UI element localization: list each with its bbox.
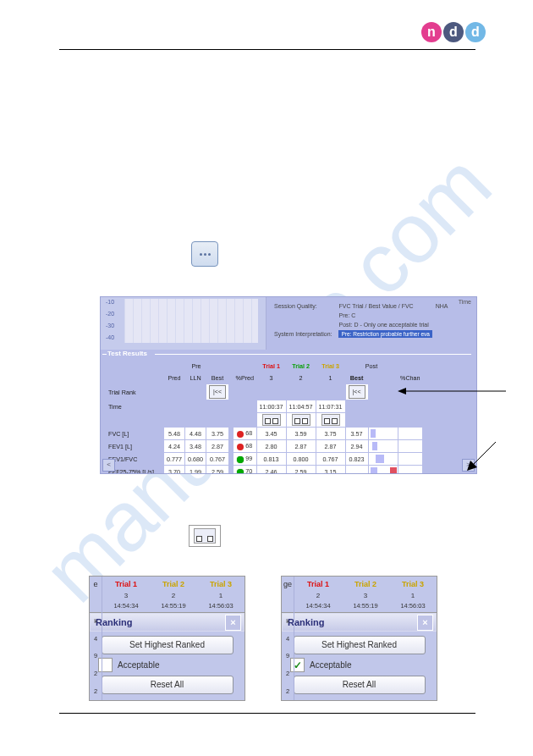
popup-rank: 3 [102,592,150,602]
rewind-icon: |<< [349,385,365,399]
header-post-block: Post [345,360,398,372]
trial-time: 11:00:37 [256,400,286,413]
chart-y-tick: -10 [106,299,114,305]
header-trial2[interactable]: Trial 2 [286,360,316,372]
popup-trial-header: ge Trial 1 Trial 2 Trial 3 [282,577,437,592]
sparkline [368,466,398,475]
footer-rule [59,713,475,714]
header-trial3[interactable]: Trial 3 [316,360,345,372]
popup-time: 14:54:34 [102,602,150,612]
popup-trial-header-3[interactable]: Trial 3 [389,577,437,592]
table-row: FEF25-75% [L/s] 3.70 1.99 2.59 70 2.46 2… [106,466,423,475]
sparkline [368,453,398,466]
trial-rank: 2 [286,372,316,384]
ranking-button-trial3[interactable] [316,413,345,428]
reset-all-button[interactable]: Reset All [102,676,234,694]
logo-n: n [421,22,442,42]
popup-left-header: e [90,577,102,592]
close-button[interactable]: × [225,615,241,631]
set-highest-ranked-button[interactable]: Set Highest Ranked [102,636,234,654]
popup-rank: 1 [197,592,245,602]
ranking-icon [292,414,310,426]
svg-line-2 [470,442,496,467]
ranking-popup-unchecked: e Trial 1 Trial 2 Trial 3 3 2 1 14:54:34… [89,576,245,701]
chart-plot-area [124,299,258,343]
row-time-label: Time [106,400,164,413]
popup-trial-header-1[interactable]: Trial 1 [102,577,150,592]
popup-time: 14:55:19 [150,602,197,612]
sparkline [368,428,398,440]
best-post-button[interactable]: |<< [345,384,368,400]
popup-trial-header-3[interactable]: Trial 3 [197,577,245,592]
acceptable-checkbox[interactable]: ✓ Acceptable [290,658,430,672]
popup-time: 14:56:03 [197,602,245,612]
header-pred: Pred [164,372,185,384]
popup-trial-header-2[interactable]: Trial 2 [342,577,389,592]
more-options-button[interactable] [191,241,218,267]
close-icon: × [230,617,235,627]
popup-time-row: 14:54:34 14:55:19 14:56:03 [282,602,437,613]
annotation-arrow [464,440,497,474]
popup-rank: 2 [150,592,197,602]
annotation-arrow [398,385,508,397]
chart-y-tick: -30 [106,323,114,328]
label-nha: NHA [433,302,451,310]
ranking-icon [262,414,281,426]
popup-trial-header: e Trial 1 Trial 2 Trial 3 [90,577,245,592]
trial-rank: 1 [316,372,345,384]
best-pre-button[interactable]: |<< [206,384,229,400]
close-icon: × [422,617,427,627]
table-row: FEV1/FVC 0.777 0.680 0.767 99 0.813 0.80… [106,453,423,466]
ranking-icon-button[interactable] [189,525,221,547]
popup-left-column: k 4 9 2 2 [90,612,102,700]
popup-title-bar: Ranking × [90,613,245,632]
label-pre: Pre: [338,312,349,318]
flow-volume-chart: -10 -20 -30 -40 [101,297,266,350]
section-title-test-results: Test Results [107,350,147,357]
reset-all-button[interactable]: Reset All [294,676,426,694]
header-pctpred: %Pred [234,372,257,384]
popup-rank-row: 3 2 1 [90,592,245,602]
table-row: FEV1 [L] 4.24 3.48 2.87 68 2.80 2.87 2.8… [106,440,423,453]
label-system-interpretation: System Interpretation: [272,330,334,338]
status-dot-icon [237,431,244,438]
chart-y-tick: -40 [106,334,114,340]
label-session-quality: Session Quality: [272,302,334,310]
header-trial1[interactable]: Trial 1 [256,360,286,372]
set-highest-ranked-button[interactable]: Set Highest Ranked [294,636,426,654]
acceptable-checkbox[interactable]: Acceptable [98,658,238,672]
cell-pctpred: 68 [245,429,252,437]
popup-rank: 2 [294,592,342,602]
acceptable-label: Acceptable [310,660,351,670]
cell-lln: 4.48 [185,428,206,440]
cell-trial3: 3.75 [316,428,345,440]
close-button[interactable]: × [417,615,433,631]
acceptable-label: Acceptable [118,660,159,670]
param-name: FEV1 [L] [106,440,164,453]
scroll-left-button[interactable]: < [102,459,115,472]
value-system-interpretation: Pre: Restriction probable further eva [338,330,431,338]
results-table-wrapper: Pre Trial 1 Trial 2 Trial 3 Post Pred LL… [106,360,471,474]
popup-trial-header-1[interactable]: Trial 1 [294,577,342,592]
popup-trial-header-2[interactable]: Trial 2 [150,577,197,592]
trial-rank: 3 [256,372,286,384]
header-best-pre: Best [206,372,229,384]
value-pre-grade: C [351,312,355,318]
trial-time: 11:07:31 [316,400,345,413]
popup-rank: 3 [342,592,389,602]
trial-time: 11:04:57 [286,400,316,413]
logo-d2: d [465,22,486,42]
popup-time-row: 14:54:34 14:55:19 14:56:03 [90,602,245,613]
cell-best: 3.75 [206,428,229,440]
label-post: Post: [338,322,352,328]
cell-pred: 5.48 [164,428,185,440]
popup-time: 14:56:03 [389,602,437,612]
chart-y-tick: -20 [106,311,114,317]
popup-rank: 1 [389,592,437,602]
ranking-button-trial2[interactable] [286,413,316,428]
ranking-button-trial1[interactable] [256,413,286,428]
cell-trial2: 3.59 [286,428,316,440]
status-dot-icon [237,444,244,450]
header-pctchan: %Chan [398,372,423,384]
param-name: FVC [L] [106,428,164,440]
